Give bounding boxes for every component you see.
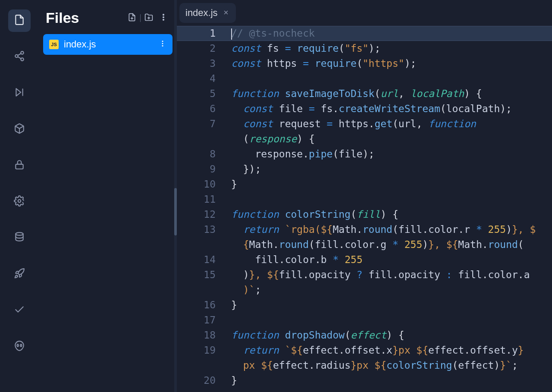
code-line[interactable]: 6 const file = fs.createWriteStream(loca…	[177, 101, 552, 116]
line-number: 6	[177, 101, 229, 116]
rail-check[interactable]	[8, 299, 31, 322]
cube-icon	[14, 123, 25, 136]
file-icon	[14, 14, 25, 27]
code-content: )}, ${fill.opacity ? fill.opacity : fill…	[229, 267, 530, 282]
line-number: 14	[177, 252, 229, 267]
svg-line-4	[18, 53, 21, 55]
code-line[interactable]: 15 )}, ${fill.opacity ? fill.opacity : f…	[177, 267, 552, 282]
code-line[interactable]: 7 const request = https.get(url, functio…	[177, 116, 552, 132]
line-number: 11	[177, 192, 229, 207]
code-line[interactable]: 19 return `${effect.offset.x}px ${effect…	[177, 343, 552, 358]
line-number: 17	[177, 313, 229, 328]
code-content: }	[229, 298, 237, 313]
code-content: px ${effect.radius}px ${colorString(effe…	[229, 358, 518, 373]
line-number: 8	[177, 147, 229, 162]
svg-point-22	[162, 45, 163, 47]
rail-packages[interactable]	[8, 118, 31, 141]
file-row-indexjs[interactable]: JS index.js	[43, 34, 172, 55]
line-number: 9	[177, 162, 229, 177]
alien-icon	[14, 340, 25, 353]
new-folder-button[interactable]	[142, 12, 155, 25]
code-line[interactable]: )`;	[177, 282, 552, 298]
code-content: const https = require("https");	[229, 56, 416, 71]
rail-run[interactable]	[8, 82, 31, 104]
code-line[interactable]: 8 response.pipe(file);	[177, 147, 552, 162]
code-content: }	[229, 177, 237, 192]
line-number: 2	[177, 41, 229, 56]
line-number: 7	[177, 116, 229, 132]
line-number: 15	[177, 267, 229, 282]
rail-share[interactable]	[8, 46, 31, 68]
line-number: 1	[177, 26, 229, 41]
new-file-button[interactable]	[125, 12, 138, 25]
database-icon	[14, 232, 25, 245]
code-line[interactable]: 17	[177, 313, 552, 328]
code-line[interactable]: {Math.round(fill.color.g * 255)}, ${Math…	[177, 237, 552, 252]
files-panel: Files JS index.js	[39, 0, 177, 392]
rail-alien[interactable]	[8, 336, 31, 358]
rail-files[interactable]	[8, 9, 31, 32]
tab-label: index.js	[185, 7, 218, 19]
line-number: 12	[177, 207, 229, 222]
code-line[interactable]: 5function saveImageToDisk(url, localPath…	[177, 86, 552, 101]
line-number: 5	[177, 86, 229, 101]
share-icon	[14, 50, 25, 63]
rail-secrets[interactable]	[8, 154, 31, 177]
line-number: 19	[177, 343, 229, 358]
code-line[interactable]: 10}	[177, 177, 552, 192]
rail-database[interactable]	[8, 227, 31, 249]
code-line[interactable]: 16}	[177, 298, 552, 313]
separator	[140, 14, 141, 22]
line-number: 18	[177, 328, 229, 343]
tab-indexjs[interactable]: index.js	[179, 3, 236, 23]
svg-point-10	[16, 232, 23, 235]
new-folder-icon	[144, 13, 153, 23]
files-more-button[interactable]	[157, 12, 170, 25]
code-content: (response) {	[229, 132, 315, 147]
code-line[interactable]: 2const fs = require("fs");	[177, 41, 552, 56]
line-number: 4	[177, 71, 229, 86]
code-line[interactable]: 14 fill.color.b * 255	[177, 252, 552, 267]
code-line[interactable]: 1// @ts-nocheck	[177, 26, 552, 41]
svg-point-18	[163, 16, 164, 18]
code-line[interactable]: 9 });	[177, 162, 552, 177]
rail-settings[interactable]	[8, 191, 31, 213]
code-editor[interactable]: 1// @ts-nocheck2const fs = require("fs")…	[177, 26, 552, 392]
code-line[interactable]: 3const https = require("https");	[177, 56, 552, 71]
svg-line-3	[18, 57, 21, 59]
line-number: 13	[177, 222, 229, 237]
play-icon	[14, 87, 25, 100]
code-line[interactable]: 11	[177, 192, 552, 207]
code-content: const request = https.get(url, function	[229, 116, 476, 132]
code-content: return `${effect.offset.x}px ${effect.of…	[229, 343, 524, 358]
rail-deploy[interactable]	[8, 263, 31, 285]
more-vertical-icon	[159, 13, 168, 23]
close-icon	[223, 9, 229, 18]
code-line[interactable]: 13 return `rgba(${Math.round(fill.color.…	[177, 222, 552, 237]
svg-point-12	[20, 344, 22, 346]
line-number: 20	[177, 373, 229, 388]
code-line[interactable]: 18function dropShadow(effect) {	[177, 328, 552, 343]
code-line[interactable]: 20}	[177, 373, 552, 388]
file-more-button[interactable]	[159, 39, 166, 50]
code-content: response.pipe(file);	[229, 147, 374, 162]
files-header: Files	[43, 6, 172, 34]
svg-marker-5	[16, 88, 21, 96]
new-file-icon	[128, 13, 136, 23]
code-line[interactable]: px ${effect.radius}px ${colorString(effe…	[177, 358, 552, 373]
svg-point-17	[163, 14, 164, 15]
line-number: 3	[177, 56, 229, 71]
tab-close-button[interactable]	[222, 9, 230, 17]
code-content: });	[229, 162, 261, 177]
editor-area: index.js 1// @ts-nocheck2const fs = requ…	[177, 0, 552, 392]
code-line[interactable]: (response) {	[177, 132, 552, 147]
code-line[interactable]: 12function colorString(fill) {	[177, 207, 552, 222]
code-content: const fs = require("fs");	[229, 41, 380, 56]
code-content: // @ts-nocheck	[229, 26, 315, 41]
svg-point-9	[18, 200, 21, 203]
svg-point-11	[17, 344, 19, 346]
line-number: 10	[177, 177, 229, 192]
code-content: function colorString(fill) {	[229, 207, 398, 222]
code-content: return `rgba(${Math.round(fill.color.r *…	[229, 222, 536, 237]
code-line[interactable]: 4	[177, 71, 552, 86]
